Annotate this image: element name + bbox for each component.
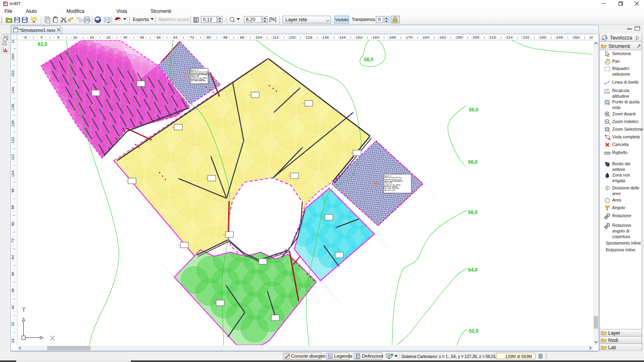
svg-text:144: 144 bbox=[11, 87, 15, 94]
svg-text:168: 168 bbox=[11, 40, 15, 43]
svg-text:104: 104 bbox=[256, 35, 262, 39]
svg-text:176: 176 bbox=[406, 35, 413, 39]
svg-text:80: 80 bbox=[206, 35, 211, 39]
svg-text:Ann. mm: sosp.: Ann. mm: sosp. bbox=[384, 189, 395, 191]
svg-text:232: 232 bbox=[523, 35, 529, 39]
svg-text:256: 256 bbox=[573, 35, 580, 39]
svg-text:160: 160 bbox=[11, 54, 15, 60]
svg-text:56: 56 bbox=[11, 272, 15, 276]
svg-text:152: 152 bbox=[11, 70, 15, 77]
svg-text:128: 128 bbox=[11, 121, 15, 127]
svg-text:72: 72 bbox=[190, 35, 194, 39]
svg-text:52,0: 52,0 bbox=[469, 328, 479, 334]
svg-text:216: 216 bbox=[489, 35, 496, 39]
svg-text:88: 88 bbox=[223, 35, 228, 39]
svg-text:96: 96 bbox=[11, 188, 15, 193]
svg-text:88: 88 bbox=[11, 205, 15, 210]
svg-text:136: 136 bbox=[11, 104, 15, 110]
svg-text:72: 72 bbox=[11, 239, 15, 243]
svg-text:248: 248 bbox=[556, 35, 563, 39]
svg-text:8: 8 bbox=[57, 35, 59, 39]
svg-text:64: 64 bbox=[173, 35, 178, 39]
svg-text:11: 11 bbox=[126, 180, 128, 182]
svg-text:144: 144 bbox=[339, 35, 346, 39]
svg-text:224: 224 bbox=[506, 35, 513, 39]
svg-text:64: 64 bbox=[11, 255, 15, 259]
svg-text:W: W bbox=[8, 19, 11, 23]
svg-text:56,0: 56,0 bbox=[468, 159, 478, 165]
svg-text:Int. media: 8,60 [mm]: Int. media: 8,60 [mm] bbox=[191, 80, 206, 82]
svg-text:184: 184 bbox=[423, 35, 429, 39]
svg-text:32: 32 bbox=[106, 35, 111, 39]
svg-text:160: 160 bbox=[373, 35, 379, 39]
svg-text:152: 152 bbox=[356, 35, 362, 39]
svg-text:24: 24 bbox=[11, 339, 15, 343]
svg-text:48: 48 bbox=[140, 35, 144, 39]
svg-text:104: 104 bbox=[11, 171, 15, 177]
svg-text:11: 11 bbox=[178, 244, 180, 246]
svg-text:56: 56 bbox=[157, 35, 161, 39]
svg-text:1,23: 1,23 bbox=[604, 88, 609, 91]
svg-text:192: 192 bbox=[440, 35, 446, 39]
svg-text:62,0: 62,0 bbox=[38, 41, 47, 47]
svg-text:40: 40 bbox=[11, 305, 15, 310]
svg-text:264: 264 bbox=[590, 35, 593, 39]
svg-text:168: 168 bbox=[389, 35, 396, 39]
svg-text:136: 136 bbox=[322, 35, 329, 39]
svg-text:200: 200 bbox=[456, 35, 462, 39]
svg-text:-8: -8 bbox=[23, 35, 27, 39]
svg-text:32: 32 bbox=[11, 322, 15, 326]
svg-text:58,0: 58,0 bbox=[364, 57, 374, 62]
svg-text:120: 120 bbox=[289, 35, 295, 39]
svg-text:240: 240 bbox=[540, 35, 546, 39]
svg-text:24: 24 bbox=[90, 35, 94, 39]
svg-text:56,0: 56,0 bbox=[469, 107, 479, 113]
svg-text:112: 112 bbox=[11, 154, 15, 160]
svg-text:80: 80 bbox=[11, 222, 15, 226]
svg-text:128: 128 bbox=[306, 35, 312, 39]
svg-text:16: 16 bbox=[73, 35, 77, 39]
svg-text:54,0: 54,0 bbox=[468, 267, 478, 273]
svg-text:E+03: E+03 bbox=[604, 91, 610, 94]
svg-text:96: 96 bbox=[240, 35, 244, 39]
svg-text:48: 48 bbox=[11, 288, 15, 293]
svg-text:208: 208 bbox=[473, 35, 479, 39]
svg-text:40: 40 bbox=[123, 35, 128, 39]
svg-text:0: 0 bbox=[41, 35, 43, 39]
svg-text:112: 112 bbox=[272, 35, 279, 39]
svg-text:120: 120 bbox=[11, 137, 15, 144]
svg-text:56,0: 56,0 bbox=[468, 210, 478, 215]
